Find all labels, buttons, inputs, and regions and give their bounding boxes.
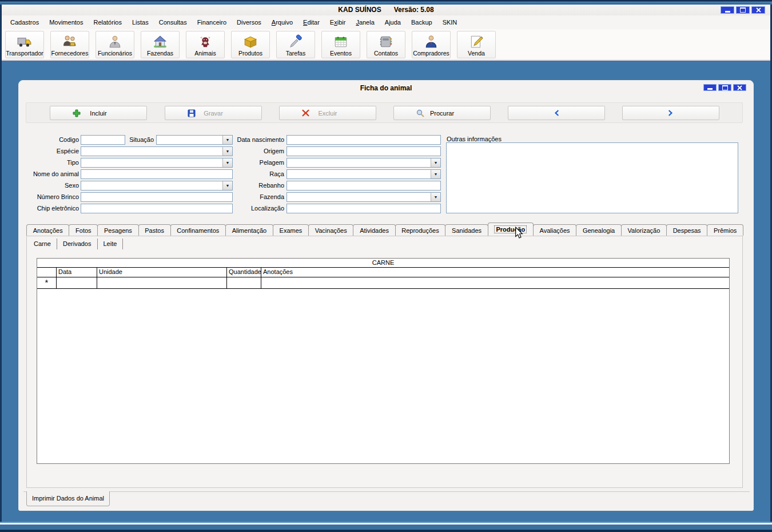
- toolbar-button-produtos[interactable]: Produtos: [231, 31, 270, 58]
- subtab-carne[interactable]: Carne: [28, 239, 57, 249]
- previous-record-button[interactable]: [508, 106, 605, 120]
- tab-producao[interactable]: Produção: [488, 223, 534, 236]
- imprimir-dados-do-animal-tab[interactable]: Imprimir Dados do Animal: [26, 491, 110, 506]
- incluir-label: Incluir: [90, 110, 106, 117]
- menu-movimentos[interactable]: Movimentos: [44, 15, 88, 29]
- grid-cell-data[interactable]: [57, 277, 97, 288]
- toolbar-button-tarefas[interactable]: Tarefas: [276, 31, 315, 58]
- close-icon: [737, 85, 742, 90]
- menu-janela[interactable]: Janela: [351, 15, 379, 29]
- tipo-combobox[interactable]: ▼: [81, 158, 233, 168]
- tab-premios[interactable]: Prêmios: [707, 224, 743, 236]
- toolbar-button-fazendas[interactable]: Fazendas: [141, 31, 180, 58]
- menu-diversos[interactable]: Diversos: [232, 15, 266, 29]
- next-record-button[interactable]: [622, 106, 719, 120]
- gravar-label: Gravar: [204, 110, 223, 117]
- menu-editar[interactable]: Editar: [298, 15, 325, 29]
- tab-fotos[interactable]: Fotos: [69, 224, 98, 236]
- localizacao-input[interactable]: [286, 204, 441, 213]
- tab-pastos[interactable]: Pastos: [138, 224, 171, 236]
- menu-ajuda[interactable]: Ajuda: [380, 15, 406, 29]
- sale-note-icon: [469, 34, 484, 50]
- gravar-button[interactable]: Gravar: [165, 106, 262, 120]
- toolbar-button-funcionarios[interactable]: Funcionários: [95, 31, 134, 58]
- toolbar-button-label: Fazendas: [147, 50, 173, 57]
- tab-despesas[interactable]: Despesas: [666, 224, 707, 236]
- grid-new-row[interactable]: *: [37, 277, 729, 289]
- grid-cell-anotacoes[interactable]: [261, 277, 729, 288]
- chip-eletronico-label: Chip eletrônico: [20, 204, 79, 213]
- rebanho-input[interactable]: [286, 181, 441, 190]
- tab-exames[interactable]: Exames: [273, 224, 309, 236]
- excluir-button[interactable]: Excluir: [279, 106, 376, 120]
- toolbar-button-contatos[interactable]: Contatos: [367, 31, 405, 58]
- chevron-down-icon[interactable]: ▼: [431, 193, 440, 201]
- data-nascimento-input[interactable]: [286, 135, 441, 145]
- product-box-icon: [243, 34, 258, 50]
- toolbar-button-label: Funcionários: [98, 50, 132, 57]
- maximize-button[interactable]: [736, 6, 750, 14]
- menu-skin[interactable]: SKIN: [437, 15, 463, 29]
- grid-cell-unidade[interactable]: [97, 277, 227, 288]
- production-subtabs: Carne Derivados Leite: [28, 239, 123, 249]
- tab-confinamentos[interactable]: Confinamentos: [170, 224, 226, 236]
- menu-consultas[interactable]: Consultas: [154, 15, 192, 29]
- menu-backup[interactable]: Backup: [406, 15, 437, 29]
- menu-relatorios[interactable]: Relatórios: [88, 15, 127, 29]
- tab-atividades[interactable]: Atividades: [353, 224, 395, 236]
- toolbar-button-label: Contatos: [374, 50, 398, 57]
- tab-alimentacao[interactable]: Alimentação: [225, 224, 273, 236]
- tab-reproducoes[interactable]: Reproduções: [395, 224, 446, 236]
- chevron-right-icon: [667, 109, 675, 117]
- incluir-button[interactable]: Incluir: [50, 106, 147, 120]
- chip-eletronico-input[interactable]: [81, 204, 233, 213]
- nome-do-animal-input[interactable]: [81, 169, 233, 179]
- tab-avaliacoes[interactable]: Avaliações: [533, 224, 576, 236]
- tab-vacinacoes[interactable]: Vacinações: [308, 224, 353, 236]
- sexo-label: Sexo: [20, 181, 79, 190]
- close-button[interactable]: [751, 6, 765, 14]
- tab-sanidades[interactable]: Sanidades: [445, 224, 488, 236]
- toolbar-button-venda[interactable]: Venda: [457, 31, 496, 58]
- numero-brinco-label: Número Brinco: [20, 192, 79, 202]
- menu-financeiro[interactable]: Financeiro: [192, 15, 232, 29]
- record-actionbar: Incluir Gravar Excluir Procurar: [26, 102, 743, 123]
- carne-grid[interactable]: CARNE Data Unidade Quantidade Anotações …: [37, 258, 730, 464]
- menu-exibir[interactable]: Exibir: [325, 15, 351, 29]
- outras-informacoes-textarea[interactable]: [446, 142, 738, 213]
- fazenda-combobox[interactable]: ▼: [286, 192, 441, 202]
- subtab-derivados[interactable]: Derivados: [57, 239, 98, 249]
- raca-combobox[interactable]: ▼: [286, 169, 441, 179]
- menu-cadastros[interactable]: Cadastros: [5, 15, 44, 29]
- grid-cell-quantidade[interactable]: [227, 277, 261, 288]
- tab-pesagens[interactable]: Pesagens: [97, 224, 138, 236]
- tab-anotacoes[interactable]: Anotações: [26, 224, 69, 236]
- subtab-leite[interactable]: Leite: [98, 239, 124, 249]
- especie-combobox[interactable]: ▼: [81, 146, 233, 156]
- dialog-close-button[interactable]: [733, 84, 746, 91]
- raca-label: Raça: [216, 169, 284, 179]
- menu-listas[interactable]: Listas: [127, 15, 154, 29]
- dialog-maximize-button[interactable]: [718, 84, 731, 91]
- sexo-combobox[interactable]: ▼: [81, 181, 233, 190]
- menu-arquivo[interactable]: Arquivo: [266, 15, 298, 29]
- toolbar-button-transportador[interactable]: Transportador: [5, 31, 44, 58]
- rebanho-label: Rebanho: [216, 181, 284, 190]
- window-left-border: [0, 0, 2, 532]
- dialog-bottom-divider: [23, 491, 750, 492]
- tab-genealogia[interactable]: Genealogia: [576, 224, 622, 236]
- minimize-button[interactable]: [721, 6, 734, 14]
- tab-valorizacao[interactable]: Valorização: [621, 224, 667, 236]
- dialog-minimize-button[interactable]: [703, 84, 717, 91]
- toolbar-button-animais[interactable]: Animais: [186, 31, 225, 58]
- toolbar-button-fornecedores[interactable]: Fornecedores: [50, 31, 89, 58]
- chevron-down-icon[interactable]: ▼: [431, 158, 440, 167]
- toolbar-button-eventos[interactable]: Eventos: [321, 31, 360, 58]
- procurar-button[interactable]: Procurar: [393, 106, 491, 120]
- toolbar-button-compradores[interactable]: Compradores: [412, 31, 451, 58]
- origem-input[interactable]: [286, 146, 441, 156]
- numero-brinco-input[interactable]: [81, 192, 233, 202]
- app-title: KAD SUÍNOSVersão: 5.08: [2, 5, 770, 15]
- chevron-down-icon[interactable]: ▼: [431, 170, 440, 178]
- pelagem-combobox[interactable]: ▼: [286, 158, 441, 168]
